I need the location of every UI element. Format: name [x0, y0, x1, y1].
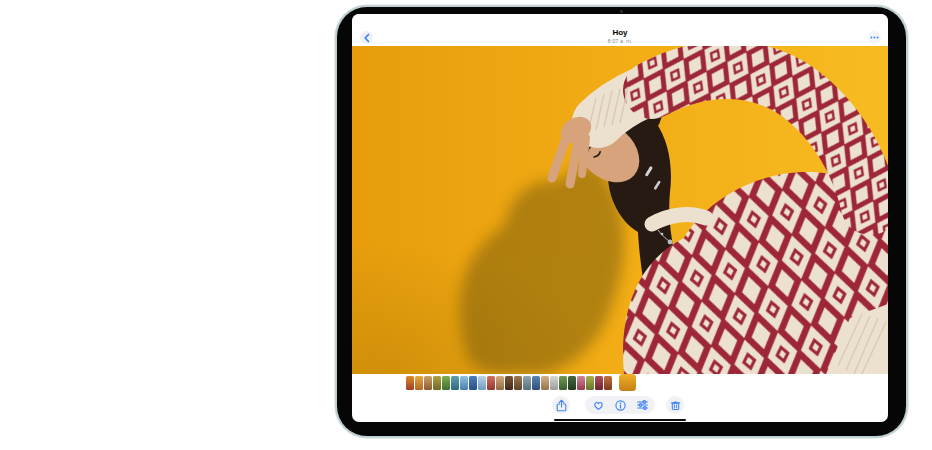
filmstrip-thumb[interactable] [586, 376, 594, 390]
nav-title-block: Hoy 8:07 a. m. [352, 28, 888, 44]
filmstrip-thumb[interactable] [559, 376, 567, 390]
filmstrip-thumb[interactable] [469, 376, 477, 390]
page-background: 9:41 a.m. Mar 1 de abr. 100% [0, 0, 932, 450]
share-icon [556, 399, 567, 412]
filmstrip-thumb[interactable] [406, 376, 414, 390]
filmstrip-thumbs [406, 376, 612, 390]
adjust-icon [637, 400, 648, 410]
sweater-collar [652, 215, 706, 224]
filmstrip [352, 374, 888, 392]
nav-bar: Hoy 8:07 a. m. [352, 14, 888, 46]
page-title: Hoy [352, 28, 888, 37]
filmstrip-thumb[interactable] [424, 376, 432, 390]
filmstrip-thumb[interactable] [568, 376, 576, 390]
filmstrip-thumb[interactable] [451, 376, 459, 390]
filmstrip-thumb[interactable] [577, 376, 585, 390]
info-button[interactable] [611, 396, 629, 414]
filmstrip-thumb[interactable] [514, 376, 522, 390]
filmstrip-thumb-selected[interactable] [619, 374, 636, 391]
photo-timestamp: 8:07 a. m. [352, 38, 888, 44]
adjust-button[interactable] [633, 396, 651, 414]
filmstrip-thumb[interactable] [604, 376, 612, 390]
filmstrip-thumb[interactable] [442, 376, 450, 390]
ipad-device-frame: 9:41 a.m. Mar 1 de abr. 100% [337, 7, 906, 436]
filmstrip-thumb[interactable] [487, 376, 495, 390]
filmstrip-thumb[interactable] [433, 376, 441, 390]
heart-icon [593, 400, 604, 411]
share-button[interactable] [552, 396, 570, 414]
photo-canvas[interactable] [352, 46, 888, 374]
filmstrip-thumb[interactable] [478, 376, 486, 390]
filmstrip-thumb[interactable] [460, 376, 468, 390]
trash-icon [670, 400, 681, 411]
more-button[interactable] [868, 31, 881, 44]
filmstrip-thumb[interactable] [595, 376, 603, 390]
bottom-toolbar [352, 396, 888, 414]
ipad-screen: 9:41 a.m. Mar 1 de abr. 100% [352, 14, 888, 422]
filmstrip-thumb[interactable] [532, 376, 540, 390]
favorite-button[interactable] [589, 396, 607, 414]
filmstrip-thumb[interactable] [541, 376, 549, 390]
delete-button[interactable] [666, 396, 684, 414]
ellipsis-icon [870, 36, 879, 39]
filmstrip-thumb[interactable] [550, 376, 558, 390]
home-indicator[interactable] [554, 419, 686, 422]
filmstrip-thumb[interactable] [505, 376, 513, 390]
filmstrip-thumb[interactable] [496, 376, 504, 390]
front-camera [620, 10, 623, 13]
info-icon [615, 400, 626, 411]
filmstrip-thumb[interactable] [523, 376, 531, 390]
actions-pill [585, 396, 655, 414]
filmstrip-thumb[interactable] [415, 376, 423, 390]
